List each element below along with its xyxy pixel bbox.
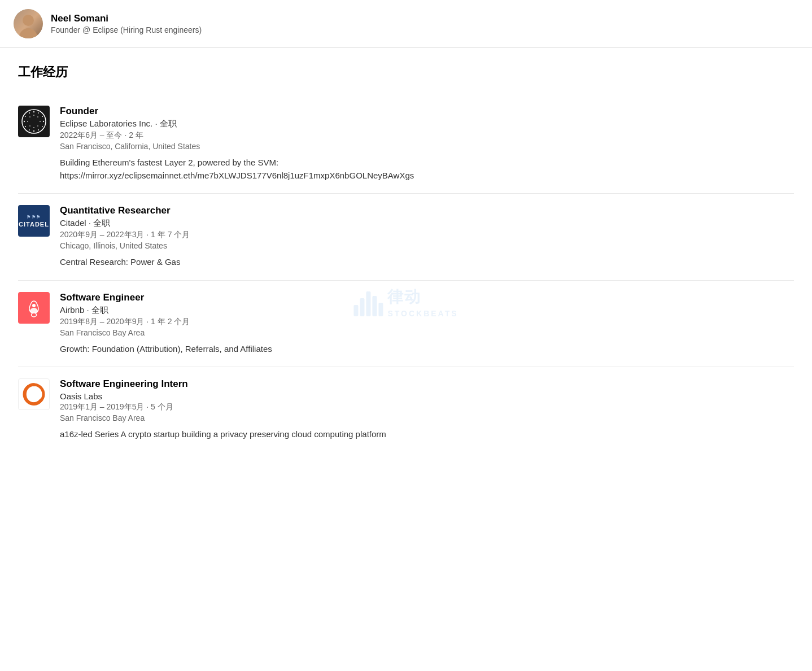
date-range-oasis: 2019年1月 – 2019年5月 · 5 个月: [60, 402, 794, 412]
svg-point-16: [37, 125, 38, 127]
svg-point-3: [42, 116, 43, 117]
experience-details-airbnb: Software Engineer Airbnb · 全职 2019年8月 – …: [60, 292, 794, 356]
location-airbnb: San Francisco Bay Area: [60, 328, 794, 337]
company-logo-eclipse: [18, 106, 50, 137]
location-eclipse: San Francisco, California, United States: [60, 142, 794, 151]
profile-name: Neel Somani: [51, 13, 202, 24]
citadel-logo-text: CITADEL: [19, 221, 49, 228]
svg-point-7: [33, 130, 34, 132]
svg-point-4: [43, 121, 44, 122]
company-name-airbnb: Airbnb · 全职: [60, 305, 794, 316]
location-citadel: Chicago, Illinois, United States: [60, 241, 794, 250]
svg-point-2: [38, 112, 39, 114]
description-airbnb: Growth: Foundation (Attribution), Referr…: [60, 343, 794, 356]
experience-details-citadel: Quantitative Researcher Citadel · 全职 202…: [60, 205, 794, 269]
svg-point-17: [33, 127, 34, 128]
company-logo-citadel: ⚑⚑⚑ CITADEL: [18, 205, 50, 237]
svg-point-18: [29, 125, 30, 127]
experience-details-oasis: Software Engineering Intern Oasis Labs 2…: [60, 378, 794, 441]
company-name-oasis: Oasis Labs: [60, 391, 794, 401]
company-logo-oasis: [18, 378, 50, 410]
profile-info: Neel Somani Founder @ Eclipse (Hiring Ru…: [51, 13, 202, 34]
svg-point-10: [24, 121, 25, 122]
main-content: 工作经历: [0, 48, 812, 468]
profile-subtitle: Founder @ Eclipse (Hiring Rust engineers…: [51, 25, 202, 34]
job-title-airbnb: Software Engineer: [60, 292, 794, 303]
experience-item-oasis: Software Engineering Intern Oasis Labs 2…: [18, 367, 794, 452]
job-title-eclipse: Founder: [60, 106, 794, 117]
description-oasis: a16z-led Series A crypto startup buildin…: [60, 428, 794, 441]
experience-item-eclipse: Founder Eclipse Laboratories Inc. · 全职 2…: [18, 94, 794, 194]
description-citadel: Central Research: Power & Gas: [60, 256, 794, 269]
experience-details-eclipse: Founder Eclipse Laboratories Inc. · 全职 2…: [60, 106, 794, 182]
experience-item-airbnb: Software Engineer Airbnb · 全职 2019年8月 – …: [18, 281, 794, 368]
svg-point-11: [25, 116, 26, 117]
svg-point-1: [33, 111, 34, 112]
date-range-eclipse: 2022年6月 – 至今 · 2 年: [60, 130, 794, 141]
section-title: 工作经历: [18, 64, 794, 81]
profile-header: Neel Somani Founder @ Eclipse (Hiring Ru…: [0, 0, 812, 48]
svg-point-6: [38, 129, 39, 130]
location-oasis: San Francisco Bay Area: [60, 413, 794, 422]
svg-point-15: [40, 121, 41, 122]
company-name-eclipse: Eclipse Laboratories Inc. · 全职: [60, 119, 794, 129]
svg-point-9: [25, 126, 26, 127]
svg-point-19: [27, 121, 28, 122]
experience-item-citadel: ⚑⚑⚑ CITADEL Quantitative Researcher Cita…: [18, 194, 794, 281]
svg-point-8: [29, 129, 30, 130]
svg-point-12: [29, 112, 30, 114]
svg-point-5: [42, 126, 43, 127]
svg-point-20: [29, 116, 30, 117]
svg-point-14: [37, 116, 38, 117]
company-name-citadel: Citadel · 全职: [60, 218, 794, 229]
experience-list: Founder Eclipse Laboratories Inc. · 全职 2…: [18, 94, 794, 452]
date-range-citadel: 2020年9月 – 2022年3月 · 1 年 7 个月: [60, 230, 794, 240]
citadel-logo-top: ⚑⚑⚑: [27, 215, 41, 220]
date-range-airbnb: 2019年8月 – 2020年9月 · 1 年 2 个月: [60, 317, 794, 327]
svg-point-0: [22, 110, 46, 133]
svg-point-13: [33, 115, 34, 116]
job-title-citadel: Quantitative Researcher: [60, 205, 794, 216]
avatar: [14, 9, 43, 38]
company-logo-airbnb: [18, 292, 50, 324]
description-eclipse: Building Ethereum's fastest Layer 2, pow…: [60, 156, 794, 182]
svg-point-21: [32, 304, 36, 307]
job-title-oasis: Software Engineering Intern: [60, 378, 794, 390]
